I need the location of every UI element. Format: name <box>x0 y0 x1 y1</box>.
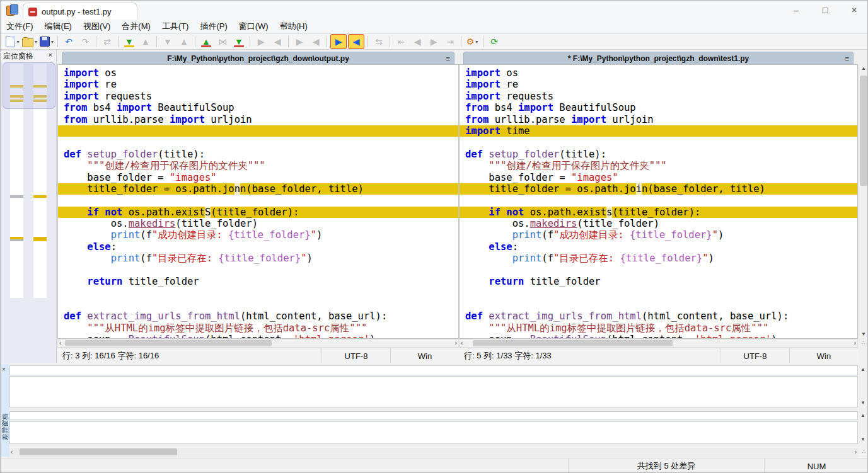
scroll-left-icon[interactable]: ‹ <box>11 448 13 456</box>
code-line[interactable]: """从HTML的img标签中提取图片链接，包括data-src属性""" <box>460 322 857 334</box>
code-line[interactable] <box>58 195 458 206</box>
code-line[interactable]: os.makedirs(title_folder) <box>460 218 857 229</box>
dropdown-caret-icon[interactable]: ▾ <box>35 39 37 45</box>
menu-edit[interactable]: 编辑(E) <box>39 20 78 33</box>
last-difference-button[interactable]: ▼ <box>231 35 246 48</box>
copy-all-to-left-button[interactable]: ◀ <box>348 34 364 49</box>
vertical-scrollbar[interactable]: ▲ ▼ <box>858 64 868 339</box>
copy-all-to-right-button[interactable]: ▶ <box>330 34 347 49</box>
code-line-diff[interactable]: if not os.path.existS(title_folder): <box>58 207 458 218</box>
code-line[interactable]: base_folder = "images" <box>58 172 458 183</box>
next-difference-button[interactable]: ▼ <box>122 35 137 48</box>
code-line[interactable]: """从HTML的img标签中提取图片链接，包括data-src属性""" <box>58 322 458 334</box>
code-line[interactable]: from bs4 import BeautifulSoup <box>460 102 857 113</box>
diff-mark[interactable] <box>33 195 47 198</box>
dropdown-caret-icon[interactable]: ▾ <box>16 39 19 45</box>
diff-pane-left-vscrollbar[interactable]: ▲ ▼ <box>858 365 868 407</box>
diff-pane-right-text[interactable] <box>9 421 858 444</box>
diff-mark[interactable] <box>10 239 23 241</box>
code-line[interactable]: return title_folder <box>460 276 857 287</box>
code-line[interactable]: soup = BeautifulSoup(html_content, 'html… <box>460 334 857 339</box>
dropdown-caret-icon[interactable]: ▾ <box>475 39 478 45</box>
menu-view[interactable]: 视图(V) <box>78 20 116 33</box>
reload-plugins-button[interactable]: ⟳ <box>487 35 502 48</box>
first-difference-button[interactable]: ▲ <box>199 35 214 48</box>
code-line[interactable] <box>58 299 458 311</box>
left-pane-menu-icon[interactable]: ≡ <box>446 55 450 62</box>
menu-tools[interactable]: 工具(T) <box>156 20 195 33</box>
left-code-editor[interactable]: import osimport reimport requestsfrom bs… <box>57 64 459 339</box>
code-line[interactable]: print(f"成功创建目录: {title_folder}") <box>460 229 857 241</box>
code-line[interactable]: else: <box>460 241 857 253</box>
menu-merge[interactable]: 合并(M) <box>116 20 156 33</box>
code-line[interactable] <box>460 287 857 299</box>
code-line[interactable]: from urllib.parse import urljoin <box>460 114 857 125</box>
code-line[interactable]: def setup_folder(title): <box>58 149 458 160</box>
left-hscroll-thumb[interactable] <box>65 340 272 346</box>
code-line-diff[interactable]: title_folder = os.path.jonn(base_folder,… <box>58 183 458 195</box>
code-line[interactable] <box>58 265 458 276</box>
code-line[interactable]: soup = BeautifulSoup(html_content, 'html… <box>58 334 458 339</box>
left-horizontal-scrollbar[interactable]: ‹ › <box>57 339 459 348</box>
diff-pane-close-icon[interactable]: × <box>2 366 6 373</box>
diff-pane-resize-grip[interactable]: ∴ <box>859 448 868 457</box>
code-line[interactable] <box>460 195 857 206</box>
code-line[interactable]: import os <box>58 67 458 79</box>
scroll-up-icon[interactable]: ▲ <box>861 65 866 72</box>
diff-pane-left-text[interactable] <box>9 376 858 407</box>
new-button[interactable]: ▾ <box>5 35 20 48</box>
diff-pane-horizontal-scrollbar[interactable]: ‹ › <box>9 448 858 457</box>
left-pane-header[interactable]: F:\My_Python\python_project\gzh_down\out… <box>62 52 454 66</box>
dropdown-caret-icon[interactable]: ▾ <box>51 39 54 45</box>
vscroll-thumb[interactable] <box>860 76 867 186</box>
code-line-diff[interactable]: import time <box>460 125 857 137</box>
code-line[interactable] <box>58 287 458 299</box>
code-line[interactable]: base_folder = "images" <box>460 172 857 183</box>
right-horizontal-scrollbar[interactable]: ‹ › <box>459 339 858 348</box>
diff-pane-right-vscrollbar[interactable]: ▲ ▼ <box>858 411 868 444</box>
document-tab[interactable]: output.py - test1.py <box>23 3 137 20</box>
code-line[interactable]: from bs4 import BeautifulSoup <box>58 102 458 113</box>
code-line[interactable]: def setup_folder(title): <box>460 149 857 160</box>
code-line[interactable]: import requests <box>58 91 458 102</box>
code-line[interactable] <box>58 137 458 148</box>
right-hscroll-thumb[interactable] <box>473 340 673 346</box>
code-line[interactable]: import re <box>460 79 857 90</box>
code-line[interactable]: print(f"目录已存在: {title_folder}") <box>460 253 857 264</box>
code-line[interactable]: import re <box>58 79 458 90</box>
code-line[interactable] <box>460 299 857 311</box>
save-button[interactable]: ▾ <box>39 35 54 48</box>
code-line[interactable]: def extract_img_urls_from_html(html_cont… <box>460 311 857 322</box>
menu-file[interactable]: 文件(F) <box>1 20 39 33</box>
scroll-up-icon[interactable]: ▲ <box>860 366 865 373</box>
code-line[interactable] <box>460 137 857 148</box>
scrollbar-corner-grip[interactable]: ∴ <box>858 339 868 348</box>
code-line[interactable]: import requests <box>460 91 857 102</box>
scroll-right-icon[interactable]: › <box>854 339 856 347</box>
menu-help[interactable]: 帮助(H) <box>274 20 313 33</box>
menu-plugins[interactable]: 插件(P) <box>194 20 233 33</box>
scroll-up-icon[interactable]: ▲ <box>860 412 865 419</box>
code-line[interactable]: def extract_img_urls_from_html(html_cont… <box>58 311 458 322</box>
scroll-down-icon[interactable]: ▼ <box>861 331 866 338</box>
scroll-right-icon[interactable]: › <box>455 339 457 347</box>
code-line[interactable]: return title_folder <box>58 276 458 287</box>
code-line[interactable] <box>460 265 857 276</box>
diff-mark[interactable] <box>33 237 47 241</box>
code-line[interactable]: from urllib.parse import urljoin <box>58 114 458 125</box>
scroll-down-icon[interactable]: ▼ <box>860 399 865 407</box>
right-pane-header[interactable]: * F:\My_Python\python_project\gzh_down\t… <box>463 52 854 66</box>
options-button[interactable]: ⚙▾ <box>465 35 480 48</box>
code-line[interactable]: import os <box>460 67 857 79</box>
code-line[interactable]: """创建/检查用于保存图片的文件夹""" <box>58 160 458 171</box>
scroll-left-icon[interactable]: ‹ <box>59 339 61 347</box>
menu-window[interactable]: 窗口(W) <box>233 20 274 33</box>
undo-button[interactable]: ↶ <box>61 35 76 48</box>
minimize-button[interactable]: – <box>782 1 811 20</box>
code-line-gap[interactable] <box>58 125 458 137</box>
location-pane-close-icon[interactable]: × <box>49 51 52 59</box>
code-line-diff[interactable]: title_folder = os.path.join(base_folder,… <box>460 183 857 195</box>
diff-mark[interactable] <box>10 195 23 198</box>
location-viewport-indicator[interactable] <box>3 62 55 109</box>
code-line[interactable]: os.makedirs(title_folder) <box>58 218 458 229</box>
